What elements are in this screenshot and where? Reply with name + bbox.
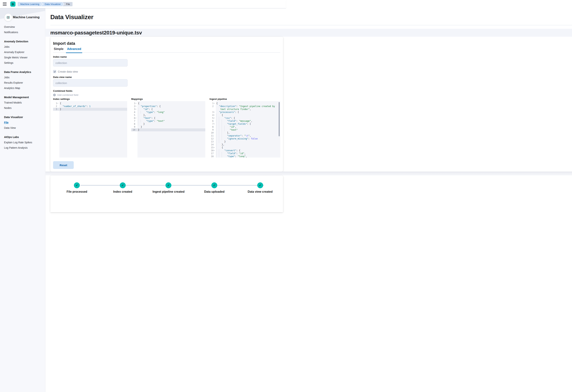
check-circle-icon: ✓ bbox=[120, 182, 126, 188]
tab-advanced[interactable]: Advanced bbox=[67, 47, 81, 53]
file-name: msmarco-passagetest2019-unique.tsv bbox=[50, 30, 142, 36]
code-line: 10} bbox=[131, 128, 205, 131]
sidebar-item-jobs[interactable]: Jobs bbox=[4, 44, 45, 49]
space-avatar[interactable]: D bbox=[10, 1, 16, 7]
sidebar-item-data-view[interactable]: Data View bbox=[4, 125, 45, 130]
index-settings-editor[interactable]: 1▾{2"number_of_shards": 13} bbox=[53, 101, 127, 157]
fold-arrow-icon[interactable]: ▾ bbox=[135, 117, 138, 120]
fold-arrow-icon[interactable]: ▾ bbox=[135, 105, 138, 108]
sidebar-item-jobs[interactable]: Jobs bbox=[4, 75, 45, 80]
code-line: 7▾"target_fields": [ bbox=[209, 123, 280, 125]
code-line: 12"ignore_missing": false bbox=[209, 137, 280, 140]
import-tabs: Simple Advanced bbox=[53, 47, 280, 53]
code-line: 17"field": "id", bbox=[209, 152, 280, 155]
code-line: 8} bbox=[131, 123, 205, 125]
sidebar-item-notifications[interactable]: Notifications bbox=[4, 30, 45, 35]
code-line: 4"type": "long" bbox=[131, 111, 205, 114]
import-heading: Import data bbox=[53, 41, 75, 46]
step-index-created: ✓Index created bbox=[100, 175, 146, 196]
tab-simple[interactable]: Simple bbox=[54, 47, 64, 53]
index-settings-label: Index settings bbox=[53, 98, 70, 100]
ingest-pipeline-editor[interactable]: 1▾{2"description": "Ingest pipeline crea… bbox=[209, 101, 280, 157]
code-line: 5}, bbox=[131, 114, 205, 117]
breadcrumb-machine-learning[interactable]: Machine Learning bbox=[18, 2, 42, 6]
fold-arrow-icon[interactable]: ▾ bbox=[214, 114, 216, 117]
ingest-pipeline-label: Ingest pipeline bbox=[209, 98, 227, 100]
sidebar-item-nodes[interactable]: Nodes bbox=[4, 105, 45, 110]
code-line: 9"text" bbox=[209, 128, 280, 131]
sidebar-item-settings[interactable]: Settings bbox=[4, 60, 45, 65]
breadcrumb-file: File bbox=[63, 2, 73, 6]
file-name-header: msmarco-passagetest2019-unique.tsv bbox=[46, 29, 286, 37]
menu-icon[interactable] bbox=[3, 2, 7, 5]
sidebar-section-data-frame-analytics: Data Frame Analytics bbox=[4, 69, 45, 75]
sidebar-item-anomaly-explorer[interactable]: Anomaly Explorer bbox=[4, 49, 45, 55]
code-line: 6"field": "message", bbox=[209, 120, 280, 123]
step-label: File processed bbox=[66, 190, 87, 193]
data-view-name-input[interactable] bbox=[53, 79, 127, 87]
sidebar-item-log-pattern-analysis[interactable]: Log Pattern Analysis bbox=[4, 145, 45, 150]
code-line: 15▾{ bbox=[209, 146, 280, 149]
machine-learning-app-icon bbox=[4, 14, 12, 21]
code-line: 2"description": "Ingest pipeline created… bbox=[209, 105, 280, 108]
check-circle-icon: ✓ bbox=[165, 182, 171, 188]
step-label: Data uploaded bbox=[204, 190, 224, 193]
check-circle-icon: ✓ bbox=[74, 182, 80, 188]
sidebar-section-data-visualizer: Data Visualizer bbox=[4, 114, 45, 120]
step-label: Ingest pipeline created bbox=[153, 190, 184, 193]
code-line: 11"separator": "\t", bbox=[209, 134, 280, 137]
sidebar-item-explain-log-rate-spikes[interactable]: Explain Log Rate Spikes bbox=[4, 140, 45, 145]
check-circle-icon: ✓ bbox=[257, 182, 263, 188]
code-line: 10], bbox=[209, 131, 280, 134]
panel-gap bbox=[46, 172, 286, 175]
step-ingest-pipeline-created: ✓Ingest pipeline created bbox=[145, 175, 191, 196]
main-content: Data Visualizer msmarco-passagetest2019-… bbox=[46, 8, 286, 196]
code-line: 9} bbox=[131, 125, 205, 128]
fold-arrow-icon[interactable]: ▾ bbox=[214, 123, 216, 125]
import-progress-panel: ✓File processed✓Index created✓Ingest pip… bbox=[50, 175, 283, 196]
step-data-uploaded: ✓Data uploaded bbox=[191, 175, 237, 196]
code-line: 2"number_of_shards": 1 bbox=[53, 105, 127, 108]
code-line: 1▾{ bbox=[209, 102, 280, 105]
create-data-view-checkbox[interactable]: Create data view bbox=[53, 70, 78, 73]
sidebar-item-analytics-map[interactable]: Analytics Map bbox=[4, 85, 45, 91]
mappings-editor[interactable]: 1▾{2▾"properties": {3▾"id": {4"type": "l… bbox=[131, 101, 205, 157]
index-name-input[interactable] bbox=[53, 59, 127, 66]
sidebar-item-trained-models[interactable]: Trained Models bbox=[4, 100, 45, 105]
code-line: 4▾{ bbox=[209, 114, 280, 117]
check-circle-icon: ✓ bbox=[211, 182, 217, 188]
add-combined-field-button[interactable]: Add combined field bbox=[53, 94, 78, 96]
fold-arrow-icon[interactable]: ▾ bbox=[214, 111, 216, 114]
code-line: 14}, bbox=[209, 143, 280, 146]
fold-arrow-icon[interactable]: ▾ bbox=[214, 102, 216, 105]
code-line: text structure finder", bbox=[209, 108, 280, 111]
step-file-processed: ✓File processed bbox=[54, 175, 100, 196]
reset-button[interactable]: Reset bbox=[53, 161, 74, 169]
divider bbox=[50, 25, 286, 25]
breadcrumb-data-visualizer[interactable]: Data Visualizer bbox=[41, 2, 64, 6]
sidebar-section-model-management: Model Management bbox=[4, 94, 45, 100]
fold-arrow-icon[interactable]: ▾ bbox=[135, 102, 138, 105]
fold-arrow-icon[interactable]: ▾ bbox=[57, 102, 59, 105]
sidebar-item-overview[interactable]: Overview bbox=[4, 24, 45, 30]
code-line: 8"id", bbox=[209, 125, 280, 128]
sidebar: Machine Learning OverviewNotificationsAn… bbox=[0, 8, 45, 196]
editor-scrollbar[interactable] bbox=[279, 102, 280, 136]
add-combined-field-label: Add combined field bbox=[57, 94, 78, 96]
fold-arrow-icon[interactable]: ▾ bbox=[214, 149, 216, 152]
fold-arrow-icon[interactable]: ▾ bbox=[214, 146, 216, 149]
sidebar-item-file[interactable]: File bbox=[4, 120, 45, 125]
fold-arrow-icon[interactable]: ▾ bbox=[214, 117, 216, 120]
fold-arrow-icon[interactable]: ▾ bbox=[135, 108, 138, 111]
sidebar-item-single-metric-viewer[interactable]: Single Metric Viewer bbox=[4, 55, 45, 60]
sidebar-item-results-explorer[interactable]: Results Explorer bbox=[4, 80, 45, 85]
data-view-name-label: Data view name bbox=[53, 76, 72, 78]
page-title: Data Visualizer bbox=[50, 14, 94, 21]
code-line: 3▾"processors": [ bbox=[209, 111, 280, 114]
combined-fields-label: Combined fields bbox=[53, 90, 72, 92]
code-line: 5▾"csv": { bbox=[209, 117, 280, 120]
code-line: 7"type": "text" bbox=[131, 120, 205, 123]
code-line: 3} bbox=[53, 108, 127, 111]
code-line: 13} bbox=[209, 140, 280, 143]
checkbox-checked-icon[interactable] bbox=[53, 70, 56, 73]
